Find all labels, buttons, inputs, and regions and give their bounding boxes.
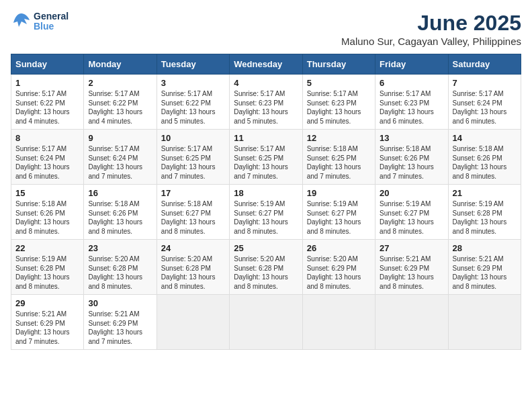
table-row: 17 Sunrise: 5:18 AMSunset: 6:27 PMDaylig… — [157, 185, 229, 240]
cell-content: Sunrise: 5:17 AMSunset: 6:22 PMDaylight:… — [15, 89, 79, 126]
day-number: 1 — [15, 78, 79, 88]
cell-content: Sunrise: 5:17 AMSunset: 6:24 PMDaylight:… — [453, 89, 517, 126]
header: General Blue June 2025 Maluno Sur, Cagay… — [11, 11, 521, 47]
table-row: 11 Sunrise: 5:17 AMSunset: 6:25 PMDaylig… — [230, 130, 302, 185]
table-row: 15 Sunrise: 5:18 AMSunset: 6:26 PMDaylig… — [11, 185, 84, 240]
day-number: 4 — [234, 78, 298, 88]
cell-content: Sunrise: 5:17 AMSunset: 6:24 PMDaylight:… — [88, 144, 152, 181]
cell-content: Sunrise: 5:19 AMSunset: 6:27 PMDaylight:… — [234, 199, 298, 236]
table-row — [302, 295, 375, 350]
table-row: 24 Sunrise: 5:20 AMSunset: 6:28 PMDaylig… — [157, 240, 229, 295]
table-row: 6 Sunrise: 5:17 AMSunset: 6:23 PMDayligh… — [375, 75, 448, 130]
cell-content: Sunrise: 5:20 AMSunset: 6:29 PMDaylight:… — [307, 255, 371, 291]
month-title: June 2025 — [341, 11, 521, 36]
table-row: 30 Sunrise: 5:21 AMSunset: 6:29 PMDaylig… — [84, 295, 157, 350]
table-row: 29 Sunrise: 5:21 AMSunset: 6:29 PMDaylig… — [11, 295, 84, 350]
logo-general: General — [34, 11, 69, 21]
cell-content: Sunrise: 5:18 AMSunset: 6:26 PMDaylight:… — [88, 199, 152, 236]
header-row: Sunday Monday Tuesday Wednesday Thursday… — [11, 54, 521, 75]
cell-content: Sunrise: 5:17 AMSunset: 6:25 PMDaylight:… — [161, 144, 225, 181]
cell-content: Sunrise: 5:19 AMSunset: 6:27 PMDaylight:… — [307, 199, 371, 236]
cell-content: Sunrise: 5:21 AMSunset: 6:29 PMDaylight:… — [88, 310, 152, 346]
table-row: 14 Sunrise: 5:18 AMSunset: 6:26 PMDaylig… — [448, 130, 521, 185]
day-number: 28 — [453, 243, 517, 253]
cell-content: Sunrise: 5:20 AMSunset: 6:28 PMDaylight:… — [161, 255, 225, 291]
day-number: 21 — [453, 188, 517, 198]
day-number: 6 — [380, 78, 443, 88]
table-row — [157, 295, 229, 350]
calendar-week-5: 29 Sunrise: 5:21 AMSunset: 6:29 PMDaylig… — [11, 295, 521, 350]
logo-text-block: General Blue — [11, 11, 69, 32]
day-number: 3 — [161, 78, 225, 88]
day-number: 15 — [15, 188, 79, 198]
day-number: 23 — [88, 243, 152, 253]
col-monday: Monday — [84, 54, 157, 75]
table-row: 20 Sunrise: 5:19 AMSunset: 6:27 PMDaylig… — [375, 185, 448, 240]
cell-content: Sunrise: 5:21 AMSunset: 6:29 PMDaylight:… — [15, 310, 79, 346]
day-number: 25 — [234, 243, 298, 253]
cell-content: Sunrise: 5:17 AMSunset: 6:23 PMDaylight:… — [307, 89, 371, 126]
cell-content: Sunrise: 5:17 AMSunset: 6:25 PMDaylight:… — [234, 144, 298, 181]
cell-content: Sunrise: 5:19 AMSunset: 6:27 PMDaylight:… — [380, 199, 443, 236]
table-row: 3 Sunrise: 5:17 AMSunset: 6:22 PMDayligh… — [157, 75, 229, 130]
table-row: 13 Sunrise: 5:18 AMSunset: 6:26 PMDaylig… — [375, 130, 448, 185]
cell-content: Sunrise: 5:19 AMSunset: 6:28 PMDaylight:… — [453, 199, 517, 236]
cell-content: Sunrise: 5:17 AMSunset: 6:22 PMDaylight:… — [161, 89, 225, 126]
table-row: 19 Sunrise: 5:19 AMSunset: 6:27 PMDaylig… — [302, 185, 375, 240]
table-row: 8 Sunrise: 5:17 AMSunset: 6:24 PMDayligh… — [11, 130, 84, 185]
logo-blue: Blue — [34, 21, 69, 32]
day-number: 8 — [15, 133, 79, 143]
col-wednesday: Wednesday — [230, 54, 302, 75]
col-sunday: Sunday — [11, 54, 84, 75]
table-row: 28 Sunrise: 5:21 AMSunset: 6:29 PMDaylig… — [448, 240, 521, 295]
col-thursday: Thursday — [302, 54, 375, 75]
day-number: 10 — [161, 133, 225, 143]
col-saturday: Saturday — [448, 54, 521, 75]
day-number: 20 — [380, 188, 443, 198]
cell-content: Sunrise: 5:17 AMSunset: 6:22 PMDaylight:… — [88, 89, 152, 126]
table-row: 4 Sunrise: 5:17 AMSunset: 6:23 PMDayligh… — [230, 75, 302, 130]
table-row: 5 Sunrise: 5:17 AMSunset: 6:23 PMDayligh… — [302, 75, 375, 130]
table-row — [448, 295, 521, 350]
day-number: 19 — [307, 188, 371, 198]
table-row: 10 Sunrise: 5:17 AMSunset: 6:25 PMDaylig… — [157, 130, 229, 185]
location-title: Maluno Sur, Cagayan Valley, Philippines — [341, 36, 521, 47]
cell-content: Sunrise: 5:17 AMSunset: 6:23 PMDaylight:… — [380, 89, 443, 126]
table-row: 23 Sunrise: 5:20 AMSunset: 6:28 PMDaylig… — [84, 240, 157, 295]
calendar-week-1: 1 Sunrise: 5:17 AMSunset: 6:22 PMDayligh… — [11, 75, 521, 130]
table-row: 22 Sunrise: 5:19 AMSunset: 6:28 PMDaylig… — [11, 240, 84, 295]
table-row: 18 Sunrise: 5:19 AMSunset: 6:27 PMDaylig… — [230, 185, 302, 240]
cell-content: Sunrise: 5:21 AMSunset: 6:29 PMDaylight:… — [453, 255, 517, 291]
logo-bird-icon — [11, 11, 32, 32]
cell-content: Sunrise: 5:19 AMSunset: 6:28 PMDaylight:… — [15, 255, 79, 291]
day-number: 9 — [88, 133, 152, 143]
day-number: 2 — [88, 78, 152, 88]
table-row: 12 Sunrise: 5:18 AMSunset: 6:25 PMDaylig… — [302, 130, 375, 185]
day-number: 12 — [307, 133, 371, 143]
day-number: 24 — [161, 243, 225, 253]
calendar-week-3: 15 Sunrise: 5:18 AMSunset: 6:26 PMDaylig… — [11, 185, 521, 240]
day-number: 7 — [453, 78, 517, 88]
calendar: Sunday Monday Tuesday Wednesday Thursday… — [11, 54, 521, 350]
table-row: 7 Sunrise: 5:17 AMSunset: 6:24 PMDayligh… — [448, 75, 521, 130]
table-row: 27 Sunrise: 5:21 AMSunset: 6:29 PMDaylig… — [375, 240, 448, 295]
cell-content: Sunrise: 5:18 AMSunset: 6:26 PMDaylight:… — [380, 144, 443, 181]
day-number: 17 — [161, 188, 225, 198]
col-tuesday: Tuesday — [157, 54, 229, 75]
calendar-week-2: 8 Sunrise: 5:17 AMSunset: 6:24 PMDayligh… — [11, 130, 521, 185]
cell-content: Sunrise: 5:18 AMSunset: 6:27 PMDaylight:… — [161, 199, 225, 236]
logo: General Blue — [11, 11, 69, 32]
table-row: 9 Sunrise: 5:17 AMSunset: 6:24 PMDayligh… — [84, 130, 157, 185]
cell-content: Sunrise: 5:21 AMSunset: 6:29 PMDaylight:… — [380, 255, 443, 291]
cell-content: Sunrise: 5:18 AMSunset: 6:26 PMDaylight:… — [453, 144, 517, 181]
table-row — [375, 295, 448, 350]
day-number: 27 — [380, 243, 443, 253]
day-number: 5 — [307, 78, 371, 88]
table-row: 26 Sunrise: 5:20 AMSunset: 6:29 PMDaylig… — [302, 240, 375, 295]
day-number: 30 — [88, 298, 152, 308]
cell-content: Sunrise: 5:18 AMSunset: 6:25 PMDaylight:… — [307, 144, 371, 181]
calendar-body: 1 Sunrise: 5:17 AMSunset: 6:22 PMDayligh… — [11, 75, 521, 350]
table-row: 1 Sunrise: 5:17 AMSunset: 6:22 PMDayligh… — [11, 75, 84, 130]
table-row — [230, 295, 302, 350]
table-row: 16 Sunrise: 5:18 AMSunset: 6:26 PMDaylig… — [84, 185, 157, 240]
